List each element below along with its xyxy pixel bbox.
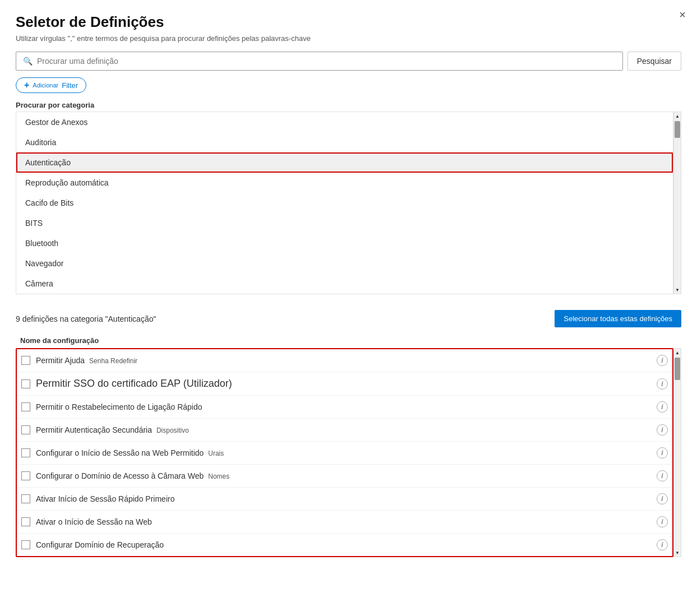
def-name-def8: Ativar o Início de Sessão na Web [36, 517, 652, 526]
category-item-autenticacao[interactable]: Autenticação [16, 152, 673, 173]
info-icon-def5[interactable]: i [657, 447, 668, 458]
def-name-def3: Permitir o Restabelecimento de Ligação R… [36, 402, 652, 411]
def-checkbox-def2[interactable] [21, 379, 30, 388]
definitions-count: 9 definições na categoria "Autenticação" [16, 314, 156, 323]
category-items-area: Gestor de AnexosAuditoriaAutenticaçãoRep… [16, 112, 673, 294]
category-item-camera[interactable]: Câmera [16, 274, 673, 294]
category-item-auditoria[interactable]: Auditoria [16, 132, 673, 152]
category-item-gestor-anexos[interactable]: Gestor de Anexos [16, 112, 673, 132]
table-row: Configurar Domínio de Recuperaçãoi [17, 534, 672, 556]
def-checkbox-def3[interactable] [21, 402, 30, 411]
close-button[interactable]: × [679, 9, 686, 20]
definitions-list: Permitir Ajuda Senha RedefiniriPermitir … [16, 348, 673, 557]
dialog-subtitle: Utilizar vírgulas "," entre termos de pe… [16, 34, 681, 43]
def-scrollbar: ▲ ▼ [673, 348, 681, 557]
dialog-title: Seletor de Definições [16, 13, 681, 31]
def-checkbox-def4[interactable] [21, 425, 30, 434]
info-icon-def4[interactable]: i [657, 424, 668, 436]
search-box: 🔍 [16, 52, 623, 71]
def-name-def7: Ativar Início de Sessão Rápido Primeiro [36, 494, 652, 503]
category-item-cacifo-bits[interactable]: Cacifo de Bits [16, 193, 673, 213]
table-row: Configurar o Domínio de Acesso à Câmara … [17, 465, 672, 488]
definitions-header: 9 definições na categoria "Autenticação"… [16, 303, 681, 332]
plus-icon: + [24, 80, 29, 90]
def-checkbox-def1[interactable] [21, 356, 30, 365]
def-name-def6: Configurar o Domínio de Acesso à Câmara … [36, 471, 652, 480]
def-checkbox-def7[interactable] [21, 494, 30, 503]
search-row: 🔍 Pesquisar [16, 52, 681, 71]
filter-row: + Adicionar Filter [16, 77, 681, 93]
def-checkbox-def6[interactable] [21, 471, 30, 480]
cat-scroll-up[interactable]: ▲ [673, 112, 681, 120]
category-scrollbar: ▲ ▼ [673, 112, 681, 294]
table-row: Configurar o Início de Sessão na Web Per… [17, 442, 672, 465]
def-list-wrapper: Permitir Ajuda Senha RedefiniriPermitir … [16, 348, 681, 557]
table-row: Ativar Início de Sessão Rápido Primeiroi [17, 488, 672, 511]
def-name-def9: Configurar Domínio de Recuperação [36, 540, 652, 549]
def-name-def1: Permitir Ajuda Senha Redefinir [36, 356, 652, 365]
def-checkbox-def5[interactable] [21, 448, 30, 457]
def-scroll-up[interactable]: ▲ [673, 349, 681, 356]
def-scroll-down[interactable]: ▼ [673, 549, 681, 557]
table-row: Permitir o Restabelecimento de Ligação R… [17, 396, 672, 419]
def-name-def5: Configurar o Início de Sessão na Web Per… [36, 448, 652, 457]
dialog-container: × Seletor de Definições Utilizar vírgula… [0, 0, 697, 616]
table-row: Ativar o Início de Sessão na Webi [17, 511, 672, 534]
info-icon-def3[interactable]: i [657, 401, 668, 413]
select-all-button[interactable]: Selecionar todas estas definições [555, 310, 681, 327]
cat-scroll-down[interactable]: ▼ [673, 286, 681, 294]
category-section-label: Procurar por categoria [16, 101, 681, 109]
def-scroll-thumb[interactable] [675, 358, 680, 380]
def-name-def4: Permitir Autenticação Secundária Disposi… [36, 425, 652, 434]
info-icon-def9[interactable]: i [657, 539, 668, 550]
filter-button[interactable]: + Adicionar Filter [16, 77, 86, 93]
adicionar-label: Adicionar [33, 82, 58, 89]
info-icon-def1[interactable]: i [657, 355, 668, 366]
search-input[interactable] [37, 57, 616, 66]
pesquisar-button[interactable]: Pesquisar [627, 52, 681, 71]
table-row: Permitir Autenticação Secundária Disposi… [17, 419, 672, 442]
cat-scroll-thumb[interactable] [675, 121, 680, 138]
info-icon-def8[interactable]: i [657, 516, 668, 527]
def-checkbox-def8[interactable] [21, 517, 30, 526]
category-item-reproducao-automatica[interactable]: Reprodução automática [16, 173, 673, 193]
category-item-bluetooth[interactable]: Bluetooth [16, 233, 673, 253]
def-name-def2: Permitir SSO do certificado EAP (Utiliza… [36, 378, 652, 390]
config-name-col-header: Nome da configuração [16, 334, 681, 348]
info-icon-def7[interactable]: i [657, 493, 668, 504]
filter-label: Filter [62, 81, 78, 90]
search-icon: 🔍 [23, 57, 33, 66]
def-checkbox-def9[interactable] [21, 540, 30, 549]
category-item-navegador[interactable]: Navegador [16, 253, 673, 274]
info-icon-def2[interactable]: i [657, 378, 668, 390]
info-icon-def6[interactable]: i [657, 470, 668, 481]
category-scroll-wrapper: Gestor de AnexosAuditoriaAutenticaçãoRep… [16, 112, 681, 294]
table-row: Permitir SSO do certificado EAP (Utiliza… [17, 372, 672, 396]
category-item-bits[interactable]: BITS [16, 213, 673, 233]
table-row: Permitir Ajuda Senha Redefiniri [17, 349, 672, 372]
